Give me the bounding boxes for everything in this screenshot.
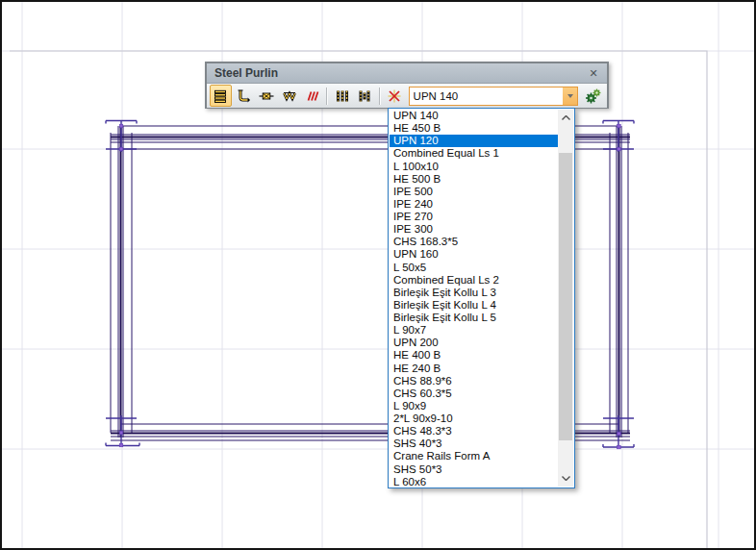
window-title: Steel Purlin xyxy=(214,66,586,80)
titlebar[interactable]: Steel Purlin ✕ xyxy=(207,63,607,84)
chevron-down-icon xyxy=(562,476,570,481)
dropdown-item[interactable]: SHS 50*3 xyxy=(390,463,558,476)
dropdown-item[interactable]: Birleşik Eşit Kollu L 4 xyxy=(390,299,558,312)
scrollbar-thumb[interactable] xyxy=(559,153,572,440)
dropdown-item[interactable]: Crane Rails Form A xyxy=(390,450,558,462)
chevron-down-icon xyxy=(567,94,573,98)
dropdown-item[interactable]: HE 450 B xyxy=(390,122,558,135)
slanted-members-icon xyxy=(305,88,320,104)
profile-settings-button[interactable] xyxy=(583,86,604,107)
dropdown-item[interactable]: Combined Equal Ls 1 xyxy=(390,147,558,160)
scroll-down-button[interactable] xyxy=(558,470,573,487)
dropdown-scrollbar[interactable] xyxy=(558,110,573,487)
dropdown-item[interactable]: IPE 300 xyxy=(390,223,558,236)
w-profile-button[interactable] xyxy=(278,85,300,107)
dropdown-item[interactable]: Birleşik Eşit Kollu L 3 xyxy=(390,287,558,299)
toolbar xyxy=(207,84,607,108)
dropdown-item[interactable]: L 90x7 xyxy=(390,324,558,337)
dropdown-item[interactable]: CHS 60.3*5 xyxy=(390,388,558,400)
toolbar-separator xyxy=(326,88,328,105)
dropdown-item[interactable]: Birleşik Eşit Kollu L 5 xyxy=(390,312,558,324)
scroll-up-button[interactable] xyxy=(558,110,573,126)
toolbar-separator xyxy=(379,88,381,105)
purlin-grid-a-icon xyxy=(335,88,350,104)
combo-dropdown-button[interactable] xyxy=(563,88,577,105)
dropdown-item[interactable]: UPN 120 xyxy=(390,135,558,147)
dropdown-item[interactable]: HE 400 B xyxy=(390,349,558,362)
dropdown-item[interactable]: UPN 160 xyxy=(390,248,558,261)
dropdown-item[interactable]: Combined Equal Ls 2 xyxy=(390,274,558,287)
edge-purlin-polyline-icon xyxy=(236,88,251,104)
chevron-up-icon xyxy=(562,115,570,120)
dropdown-item[interactable]: 2*L 90x9-10 xyxy=(390,412,558,425)
dropdown-item[interactable]: HE 500 B xyxy=(390,173,558,186)
steel-purlin-toolbar-window: Steel Purlin ✕ xyxy=(205,62,609,109)
dropdown-items: UPN 140HE 450 BUPN 120Combined Equal Ls … xyxy=(390,110,558,487)
purlin-grid-b-icon xyxy=(357,88,372,104)
edge-purlin-polyline-button[interactable] xyxy=(233,85,255,107)
dropdown-item[interactable]: IPE 270 xyxy=(390,211,558,223)
horizontal-purlins-button[interactable] xyxy=(210,85,232,107)
dropdown-item[interactable]: CHS 88.9*6 xyxy=(390,375,558,388)
dropdown-item[interactable]: CHS 168.3*5 xyxy=(390,236,558,248)
profile-combo-input[interactable] xyxy=(410,88,564,105)
dropdown-item[interactable]: CHS 48.3*3 xyxy=(390,425,558,438)
close-icon[interactable]: ✕ xyxy=(586,66,601,81)
purlin-grid-a-button[interactable] xyxy=(331,85,353,107)
dropdown-item[interactable]: L 90x9 xyxy=(390,400,558,412)
dropdown-item[interactable]: UPN 200 xyxy=(390,337,558,349)
dropdown-item[interactable]: UPN 140 xyxy=(390,110,558,122)
horizontal-purlins-icon xyxy=(213,88,228,104)
beam-section-button[interactable] xyxy=(256,85,278,107)
profile-combobox xyxy=(409,87,579,106)
dropdown-item[interactable]: L 50x5 xyxy=(390,262,558,274)
profile-settings-gears-icon xyxy=(585,88,602,105)
dropdown-item[interactable]: HE 240 B xyxy=(390,362,558,375)
slanted-members-button[interactable] xyxy=(301,85,323,107)
dropdown-item[interactable]: IPE 240 xyxy=(390,198,558,211)
dropdown-item[interactable]: L 100x10 xyxy=(390,161,558,173)
purlin-grid-b-button[interactable] xyxy=(354,85,376,107)
delete-purlin-icon xyxy=(387,88,402,104)
w-profile-icon xyxy=(282,88,297,104)
beam-section-icon xyxy=(259,88,274,104)
dropdown-item[interactable]: L 60x6 xyxy=(390,476,558,487)
dropdown-item[interactable]: SHS 40*3 xyxy=(390,438,558,450)
delete-purlin-button[interactable] xyxy=(384,85,406,107)
profile-dropdown-list: UPN 140HE 450 BUPN 120Combined Equal Ls … xyxy=(388,108,575,488)
dropdown-item[interactable]: IPE 500 xyxy=(390,186,558,198)
